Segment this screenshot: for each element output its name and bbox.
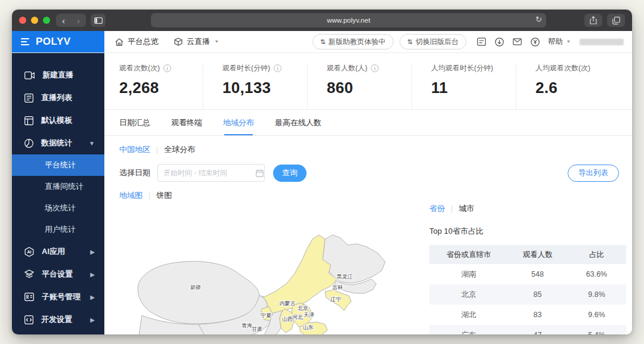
cell-province: 湖北 [429,305,508,325]
panel-title: Top 10省市占比 [429,226,626,237]
info-icon[interactable] [163,64,171,72]
sidebar-item-label: AI应用 [42,246,65,257]
date-range-field[interactable] [163,169,256,177]
id-card-icon [24,293,34,301]
tab-max-online[interactable]: 最高在线人数 [275,110,321,135]
china-region-link[interactable]: 中国地区 [119,144,150,155]
china-region-map[interactable]: 新疆 黑龙江 吉林 辽宁 内蒙古 北京 天津 宁夏 山西 河北 山东 青海 甘肃 [115,226,410,334]
province-link[interactable]: 省份 [429,203,445,214]
table-row: 湖北 83 9.6% [429,305,626,325]
switch-arrows-icon: ⇅ [320,38,326,46]
column-header-province: 省份或直辖市 [429,245,508,264]
stat-avg-duration: 人均观看时长(分钟) 11 [411,63,516,109]
map-region-xinjiang [138,261,259,324]
coin-icon[interactable] [531,38,540,47]
city-link[interactable]: 城市 [459,203,474,214]
tab-date-summary[interactable]: 日期汇总 [119,110,150,135]
video-camera-icon [24,72,35,79]
info-icon[interactable] [274,64,281,72]
tab-region-distribution[interactable]: 地域分布 [223,110,254,135]
map-label-ningxia: 宁夏 [261,312,271,318]
map-label-xinjiang: 新疆 [190,284,201,290]
layers-icon [24,269,34,279]
stat-value: 11 [431,79,516,97]
sidebar-subitem-user-stats[interactable]: 用户统计 [12,219,104,240]
code-icon [24,315,33,324]
cube-icon [174,38,182,46]
sidebar-item-label: 平台设置 [42,269,73,280]
account-name-redacted[interactable] [580,39,624,45]
date-filter-label: 选择日期 [119,168,150,178]
help-menu[interactable]: 帮助 ▼ [548,37,571,47]
top-regions-panel: 省份 | 城市 Top 10省市占比 省份或直辖市 观看人数 占比 [429,203,626,334]
tab-view-terminal[interactable]: 观看终端 [171,110,202,135]
sidebar-item-platform-settings[interactable]: 平台设置 ▶ [12,263,104,286]
sidebar-item-new-live[interactable]: 新建直播 [12,64,104,86]
download-icon[interactable] [495,38,504,47]
zoom-window-button[interactable] [43,17,50,24]
sidebar-subitem-label: 平台统计 [45,160,76,171]
sidebar-subitem-room-stats[interactable]: 直播间统计 [12,176,104,197]
date-range-input[interactable] [157,164,265,182]
sidebar-subitem-platform-stats[interactable]: 平台统计 [12,154,104,176]
stat-label: 观看次数(次) [119,63,160,73]
chevron-right-icon: ▶ [90,249,95,255]
chevron-right-icon: ▶ [90,271,95,278]
query-button[interactable]: 查询 [273,165,306,182]
cell-viewers: 83 [508,305,567,325]
stat-value: 860 [327,79,411,97]
traffic-lights [19,17,50,24]
logo-block[interactable]: POLYV [12,31,104,52]
sidebar-toggle-icon[interactable] [91,14,106,27]
sidebar-subitem-label: 场次统计 [45,203,76,213]
tab-overview-icon[interactable] [607,14,625,27]
info-icon[interactable] [371,64,379,72]
nav-cloud-live[interactable]: 云直播 ▼ [174,36,219,47]
divider: | [148,191,150,200]
sidebar-item-default-template[interactable]: 默认模板 [12,109,104,132]
cell-percent: 5.4% [567,325,626,334]
cell-percent: 63.6% [567,264,626,284]
new-version-pill-button[interactable]: ⇅ 新版助教页体验中 [312,34,394,49]
new-version-label: 新版助教页体验中 [329,37,386,47]
cell-province: 北京 [429,284,508,305]
close-window-button[interactable] [19,17,26,24]
stat-label: 观看人数(人) [327,63,367,73]
back-icon[interactable]: ‹ [56,14,71,27]
mail-icon[interactable] [513,38,522,45]
old-version-pill-button[interactable]: ⇅ 切换旧版后台 [400,34,466,49]
document-icon[interactable] [477,38,486,46]
map-label-gansu: 甘肃 [252,326,262,332]
sidebar-subitem-session-stats[interactable]: 场次统计 [12,197,104,219]
cell-viewers: 85 [508,284,567,305]
help-label: 帮助 [548,37,563,47]
sidebar: 新建直播 直播列表 默认模板 数据统计 ▼ 平台统计 直播间统计 [12,53,104,334]
stat-tabs: 日期汇总 观看终端 地域分布 最高在线人数 [104,110,632,136]
cell-viewers: 47 [508,325,567,334]
sidebar-item-dev-settings[interactable]: 开发设置 ▶ [12,308,104,331]
divider: | [451,204,453,213]
nav-platform-overview[interactable]: 平台总览 [115,36,159,47]
sidebar-item-data-statistics[interactable]: 数据统计 ▼ [12,132,104,154]
share-icon[interactable] [584,14,602,27]
template-icon [24,116,33,125]
stat-value: 2,268 [119,79,203,97]
cell-percent: 9.8% [567,284,626,305]
global-region-link[interactable]: 全球分布 [164,144,195,155]
sidebar-item-subaccount-management[interactable]: 子账号管理 ▶ [12,286,104,308]
home-icon [115,38,123,46]
minimize-window-button[interactable] [31,17,38,24]
pie-chart-link[interactable]: 饼图 [156,190,172,201]
sidebar-item-label: 数据统计 [41,138,72,148]
export-list-button[interactable]: 导出列表 [568,165,619,182]
forward-icon[interactable]: › [71,14,86,27]
reload-icon[interactable]: ↻ [535,15,542,24]
address-bar[interactable]: www.polyv.net ↻ [151,13,546,27]
sidebar-item-live-list[interactable]: 直播列表 [12,86,104,109]
sidebar-item-label: 新建直播 [42,70,73,80]
stat-value: 2.6 [535,79,620,97]
sidebar-item-ai-apps[interactable]: AI AI应用 ▶ [12,240,104,263]
chevron-down-icon: ▼ [89,140,95,147]
menu-collapse-icon[interactable] [21,38,29,45]
region-map-link[interactable]: 地域图 [119,190,143,201]
